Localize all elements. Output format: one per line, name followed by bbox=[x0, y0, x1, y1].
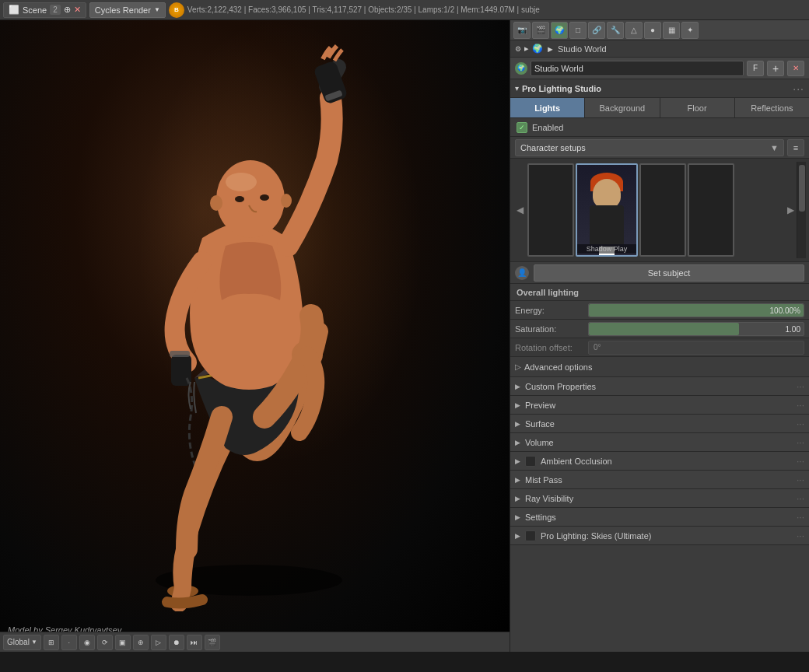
settings-label: Settings bbox=[525, 513, 792, 522]
tab-lights[interactable]: Lights bbox=[510, 98, 585, 117]
enabled-checkbox[interactable]: ✓ bbox=[517, 122, 527, 133]
add-world-button[interactable]: + bbox=[767, 61, 784, 76]
render-engine-select[interactable]: Cycles Render ▼ bbox=[89, 2, 166, 18]
render-engine-label: Cycles Render bbox=[95, 5, 151, 15]
custom-props-label: Custom Properties bbox=[525, 382, 792, 391]
custom-properties-section[interactable]: ▶ Custom Properties ··· bbox=[510, 377, 809, 396]
fake-user-button[interactable]: F bbox=[747, 61, 764, 76]
volume-section[interactable]: ▶ Volume ··· bbox=[510, 433, 809, 452]
settings-section[interactable]: ▶ Settings ··· bbox=[510, 508, 809, 527]
section-collapse-arrow: ▾ bbox=[515, 84, 519, 93]
viewport-btn-record[interactable]: ⏺ bbox=[169, 635, 184, 650]
advanced-arrow-icon: ▷ bbox=[515, 362, 521, 371]
thumbnail-empty-2[interactable] bbox=[639, 163, 686, 257]
thumbnail-empty-1[interactable] bbox=[527, 163, 574, 257]
ambient-occlusion-section[interactable]: ▶ Ambient Occlusion ··· bbox=[510, 452, 809, 471]
prop-icon-texture[interactable]: ▦ bbox=[663, 22, 680, 39]
global-label: Global bbox=[7, 638, 30, 646]
preview-label: Preview bbox=[525, 401, 792, 410]
surface-dots: ··· bbox=[797, 418, 804, 429]
remove-world-button[interactable]: ✕ bbox=[787, 61, 804, 76]
section-options[interactable]: ··· bbox=[793, 82, 804, 95]
chevron-down-icon: ▼ bbox=[31, 639, 37, 646]
svg-rect-11 bbox=[170, 351, 190, 357]
pro-lighting-skies-section[interactable]: ▶ Pro Lighting: Skies (Ultimate) ··· bbox=[510, 527, 809, 545]
viewport[interactable]: Model by Sergey Kudryavtsev artstation.c… bbox=[0, 20, 510, 652]
thumbnail-shadow-play[interactable]: Shadow Play bbox=[576, 163, 638, 257]
prop-icon-object[interactable]: □ bbox=[569, 22, 587, 39]
set-subject-button[interactable]: Set subject bbox=[534, 264, 804, 282]
thumb-nav-right[interactable]: ▶ bbox=[784, 162, 797, 258]
prop-icon-data[interactable]: △ bbox=[625, 22, 643, 39]
svg-point-5 bbox=[216, 160, 285, 238]
thumb-nav-left[interactable]: ◀ bbox=[513, 162, 526, 258]
global-select[interactable]: Global ▼ bbox=[3, 635, 41, 650]
surface-label: Surface bbox=[525, 419, 792, 429]
world-name-input[interactable] bbox=[531, 61, 744, 76]
ambient-occ-dots: ··· bbox=[797, 456, 804, 467]
viewport-btn-frame[interactable]: 🎬 bbox=[205, 635, 220, 650]
thumbnail-empty-3[interactable] bbox=[688, 163, 734, 257]
viewport-btn-end[interactable]: ⏭ bbox=[187, 635, 202, 650]
volume-arrow: ▶ bbox=[515, 439, 520, 446]
ambient-occ-icon bbox=[525, 456, 536, 467]
prop-icon-render[interactable]: 📷 bbox=[513, 22, 531, 39]
world-name-bar: 🌍 F + ✕ bbox=[510, 58, 809, 79]
character-setups-label: Character setups bbox=[520, 143, 586, 152]
character-setups-dropdown[interactable]: Character setups ▼ bbox=[515, 139, 784, 156]
scene-tab[interactable]: ⬜ Scene 2 ⊕ ✕ bbox=[3, 2, 86, 18]
energy-slider[interactable]: 100.00% bbox=[588, 303, 804, 317]
svg-point-6 bbox=[226, 173, 257, 191]
viewport-btn-grid[interactable]: ⊞ bbox=[44, 635, 59, 650]
viewport-btn-camera[interactable]: ◉ bbox=[79, 635, 95, 650]
volume-label: Volume bbox=[525, 438, 792, 447]
mist-arrow: ▶ bbox=[515, 476, 520, 484]
ray-vis-label: Ray Visibility bbox=[525, 494, 792, 503]
tab-floor[interactable]: Floor bbox=[660, 98, 735, 117]
prop-icon-world[interactable]: 🌍 bbox=[551, 22, 568, 39]
char-body bbox=[590, 205, 624, 244]
viewport-toolbar: Global ▼ ⊞ · ◉ ⟳ ▣ ⊕ ▷ ⏺ ⏭ 🎬 bbox=[0, 632, 510, 652]
preview-section[interactable]: ▶ Preview ··· bbox=[510, 396, 809, 415]
viewport-btn-add[interactable]: ⊕ bbox=[133, 635, 149, 650]
prop-icon-particles[interactable]: ✦ bbox=[681, 22, 699, 39]
breadcrumb-world-icon: 🌍 bbox=[532, 44, 543, 54]
viewport-btn-points[interactable]: · bbox=[61, 635, 77, 650]
character-setups-row: Character setups ▼ ≡ bbox=[510, 137, 809, 159]
energy-label: Energy: bbox=[515, 306, 585, 315]
filter-button[interactable]: ≡ bbox=[787, 139, 804, 156]
settings-arrow: ▶ bbox=[515, 513, 520, 521]
prop-icon-modifier[interactable]: 🔧 bbox=[607, 22, 624, 39]
rotation-input[interactable]: 0° bbox=[588, 341, 804, 355]
surface-section[interactable]: ▶ Surface ··· bbox=[510, 415, 809, 433]
viewport-background: Model by Sergey Kudryavtsev artstation.c… bbox=[0, 20, 510, 652]
rotation-value: 0° bbox=[594, 343, 601, 352]
viewport-btn-rotate[interactable]: ⟳ bbox=[97, 635, 113, 650]
mist-dots: ··· bbox=[797, 474, 804, 485]
viewport-btn-play[interactable]: ▷ bbox=[151, 635, 166, 650]
pro-lighting-section-header[interactable]: ▾ Pro Lighting Studio ··· bbox=[510, 79, 809, 98]
settings-dots: ··· bbox=[797, 512, 804, 523]
thumbnail-area: ◀ bbox=[510, 159, 809, 262]
close-scene-icon[interactable]: ✕ bbox=[74, 5, 81, 15]
tab-background[interactable]: Background bbox=[585, 98, 660, 117]
saturation-slider[interactable]: 1.00 bbox=[588, 322, 804, 336]
advanced-options-row[interactable]: ▷ Advanced options bbox=[510, 357, 809, 377]
scene-badge: 2 bbox=[50, 5, 61, 15]
ray-visibility-section[interactable]: ▶ Ray Visibility ··· bbox=[510, 489, 809, 508]
breadcrumb-icon: ⚙ bbox=[515, 45, 521, 53]
blender-logo: B bbox=[169, 2, 184, 18]
rotation-row: Rotation offset: 0° bbox=[510, 338, 809, 357]
breadcrumb: ⚙ ▸ 🌍 ► Studio World bbox=[510, 40, 809, 58]
preview-dots: ··· bbox=[797, 400, 804, 411]
prop-icon-scene[interactable]: 🎬 bbox=[532, 22, 549, 39]
properties-toolbar: 📷 🎬 🌍 □ 🔗 🔧 △ ● ▦ ✦ bbox=[510, 20, 809, 40]
prop-icon-material[interactable]: ● bbox=[644, 22, 661, 39]
energy-value: 100.00% bbox=[770, 306, 800, 314]
viewport-btn-box[interactable]: ▣ bbox=[115, 635, 131, 650]
add-scene-icon[interactable]: ⊕ bbox=[64, 5, 71, 15]
mist-pass-section[interactable]: ▶ Mist Pass ··· bbox=[510, 471, 809, 489]
breadcrumb-world-label: Studio World bbox=[558, 44, 607, 54]
tab-reflections[interactable]: Reflections bbox=[735, 98, 809, 117]
prop-icon-constraint[interactable]: 🔗 bbox=[588, 22, 605, 39]
